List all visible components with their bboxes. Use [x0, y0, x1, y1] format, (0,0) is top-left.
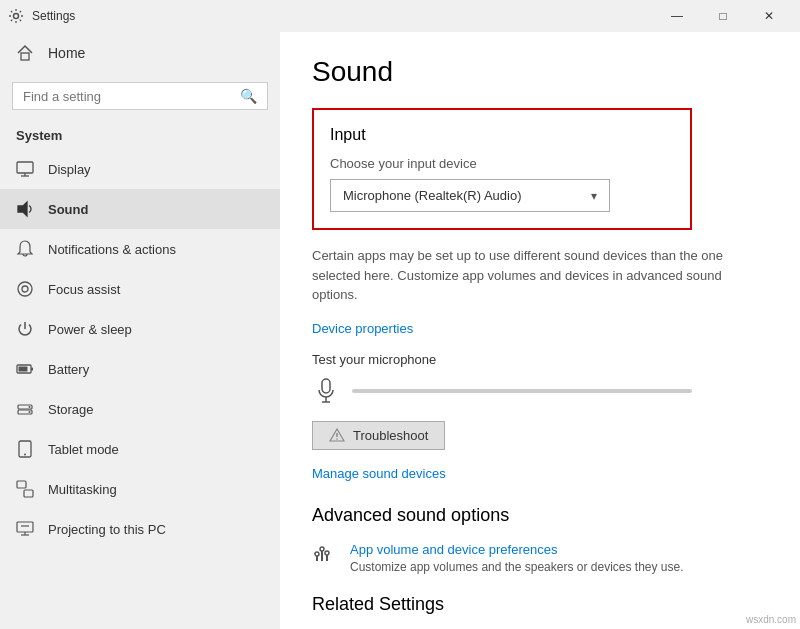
system-label: System: [0, 118, 280, 149]
notifications-icon: [16, 240, 34, 258]
app-volume-icon: [312, 544, 336, 568]
input-device-dropdown[interactable]: Microphone (Realtek(R) Audio) ▾: [330, 179, 610, 212]
svg-point-14: [29, 411, 31, 413]
advanced-item-desc-0: Customize app volumes and the speakers o…: [350, 560, 684, 574]
sidebar-item-focus[interactable]: Focus assist: [0, 269, 280, 309]
multitasking-icon: [16, 480, 34, 498]
advanced-item-0: App volume and device preferences Custom…: [312, 542, 768, 574]
input-section: Input Choose your input device Microphon…: [312, 108, 692, 230]
tablet-label: Tablet mode: [48, 442, 119, 457]
input-section-title: Input: [330, 126, 674, 144]
sidebar-item-home[interactable]: Home: [0, 32, 280, 74]
svg-rect-1: [21, 53, 29, 60]
search-icon: 🔍: [240, 88, 257, 104]
mic-level-bar: [352, 389, 692, 393]
sidebar-item-power[interactable]: Power & sleep: [0, 309, 280, 349]
app-title: Settings: [32, 9, 75, 23]
svg-point-28: [336, 438, 338, 440]
tablet-icon: [16, 440, 34, 458]
title-bar: Settings — □ ✕: [0, 0, 800, 32]
svg-rect-9: [31, 368, 33, 371]
troubleshoot-button[interactable]: Troubleshoot: [312, 421, 445, 450]
multitasking-label: Multitasking: [48, 482, 117, 497]
svg-point-13: [29, 406, 31, 408]
svg-point-32: [315, 552, 319, 556]
search-box[interactable]: 🔍: [12, 82, 268, 110]
test-mic-label: Test your microphone: [312, 352, 768, 367]
manage-devices-link[interactable]: Manage sound devices: [312, 466, 768, 481]
close-button[interactable]: ✕: [746, 0, 792, 32]
input-device-value: Microphone (Realtek(R) Audio): [343, 188, 521, 203]
input-section-subtitle: Choose your input device: [330, 156, 674, 171]
advanced-sound-title: Advanced sound options: [312, 505, 768, 526]
projecting-label: Projecting to this PC: [48, 522, 166, 537]
home-label: Home: [48, 45, 85, 61]
svg-rect-18: [24, 490, 33, 497]
minimize-button[interactable]: —: [654, 0, 700, 32]
svg-point-33: [320, 547, 324, 551]
related-settings-title: Related Settings: [312, 594, 768, 615]
warning-icon: [329, 428, 345, 442]
sidebar-item-battery[interactable]: Battery: [0, 349, 280, 389]
projecting-icon: [16, 520, 34, 538]
maximize-button[interactable]: □: [700, 0, 746, 32]
info-text: Certain apps may be set up to use differ…: [312, 246, 768, 305]
advanced-item-text-0: App volume and device preferences Custom…: [350, 542, 684, 574]
sidebar-item-sound[interactable]: Sound: [0, 189, 280, 229]
svg-rect-2: [17, 162, 33, 173]
svg-point-16: [24, 454, 26, 456]
main-content: Sound Input Choose your input device Mic…: [280, 32, 800, 629]
notifications-label: Notifications & actions: [48, 242, 176, 257]
sidebar: Home 🔍 System Display: [0, 32, 280, 629]
focus-label: Focus assist: [48, 282, 120, 297]
microphone-icon: [312, 377, 340, 405]
settings-app-icon: [8, 8, 24, 24]
svg-rect-23: [322, 379, 330, 393]
focus-icon: [16, 280, 34, 298]
sidebar-item-tablet[interactable]: Tablet mode: [0, 429, 280, 469]
watermark: wsxdn.com: [746, 614, 796, 625]
device-properties-link[interactable]: Device properties: [312, 321, 768, 336]
app-body: Home 🔍 System Display: [0, 32, 800, 629]
dropdown-arrow-icon: ▾: [591, 189, 597, 203]
advanced-item-title-0[interactable]: App volume and device preferences: [350, 542, 684, 557]
svg-point-7: [22, 286, 28, 292]
svg-point-6: [18, 282, 32, 296]
sound-label: Sound: [48, 202, 88, 217]
svg-rect-17: [17, 481, 26, 488]
power-label: Power & sleep: [48, 322, 132, 337]
window-controls: — □ ✕: [654, 0, 792, 32]
home-icon: [16, 44, 34, 62]
sidebar-item-multitasking[interactable]: Multitasking: [0, 469, 280, 509]
svg-rect-10: [19, 367, 28, 372]
sidebar-item-display[interactable]: Display: [0, 149, 280, 189]
storage-icon: [16, 400, 34, 418]
battery-label: Battery: [48, 362, 89, 377]
mic-test-row: [312, 377, 768, 405]
display-icon: [16, 160, 34, 178]
sidebar-item-notifications[interactable]: Notifications & actions: [0, 229, 280, 269]
search-input[interactable]: [23, 89, 232, 104]
title-bar-left: Settings: [8, 8, 75, 24]
troubleshoot-label: Troubleshoot: [353, 428, 428, 443]
storage-label: Storage: [48, 402, 94, 417]
svg-point-0: [14, 14, 19, 19]
svg-marker-5: [18, 202, 27, 216]
svg-rect-19: [17, 522, 33, 532]
battery-icon: [16, 360, 34, 378]
sidebar-item-storage[interactable]: Storage: [0, 389, 280, 429]
page-title: Sound: [312, 56, 768, 88]
sidebar-item-projecting[interactable]: Projecting to this PC: [0, 509, 280, 549]
power-icon: [16, 320, 34, 338]
sound-icon: [16, 200, 34, 218]
svg-point-34: [325, 551, 329, 555]
display-label: Display: [48, 162, 91, 177]
